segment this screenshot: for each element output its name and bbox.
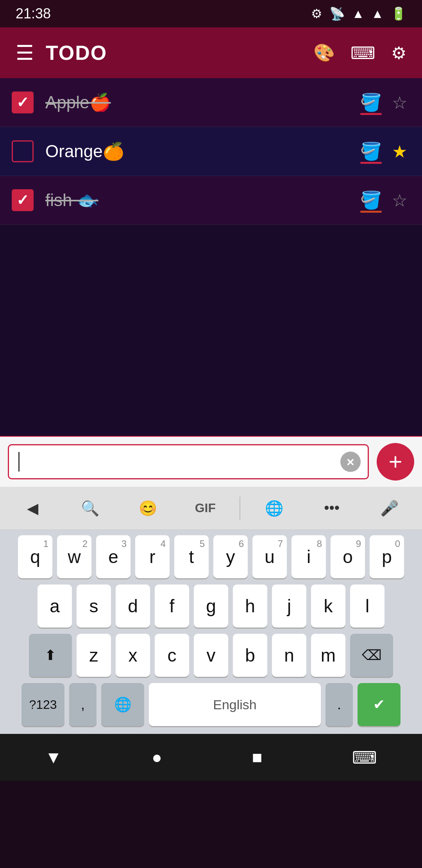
settings-icon[interactable]: ⚙ [387, 39, 410, 67]
keyboard-toggle-icon[interactable]: ⌨ [347, 39, 379, 67]
key-q[interactable]: 1q [18, 535, 52, 578]
key-d[interactable]: d [116, 585, 150, 628]
input-bar: × + [0, 436, 422, 487]
key-l[interactable]: l [350, 585, 384, 628]
keyboard-row-4: ?123 , 🌐 English . ✔ [0, 683, 422, 726]
todo-label-3: fish 🐟 [45, 190, 353, 210]
key-numbers[interactable]: ?123 [21, 683, 64, 726]
kb-mic-btn[interactable]: 🎤 [366, 492, 413, 525]
nav-back-btn[interactable]: ▼ [45, 748, 62, 767]
key-i[interactable]: 8i [291, 535, 326, 578]
key-e[interactable]: 3e [96, 535, 131, 578]
todo-color-btn-1[interactable]: 🪣 [353, 89, 389, 116]
key-a[interactable]: a [38, 585, 72, 628]
key-b[interactable]: b [233, 634, 267, 677]
key-z[interactable]: z [77, 634, 111, 677]
key-backspace[interactable]: ⌫ [350, 634, 393, 677]
kb-divider [240, 497, 240, 520]
cursor [18, 452, 20, 472]
todo-color-btn-2[interactable]: 🪣 [353, 138, 389, 165]
key-globe[interactable]: 🌐 [101, 683, 144, 726]
key-j[interactable]: j [272, 585, 306, 628]
key-k[interactable]: k [311, 585, 345, 628]
key-g[interactable]: g [194, 585, 228, 628]
keyboard-row-3: ⬆ z x c v b n m ⌫ [0, 634, 422, 677]
key-h[interactable]: h [233, 585, 267, 628]
key-x[interactable]: x [116, 634, 150, 677]
nav-home-btn[interactable]: ● [152, 748, 162, 767]
empty-area [0, 225, 422, 436]
key-comma[interactable]: , [69, 683, 97, 726]
key-f[interactable]: f [155, 585, 189, 628]
key-s[interactable]: s [77, 585, 111, 628]
key-w[interactable]: 2w [57, 535, 91, 578]
wifi-icon: ▲ [352, 7, 365, 21]
keyboard-toolbar: ◀ 🔍 😊 GIF 🌐 ••• 🎤 [0, 487, 422, 530]
key-shift[interactable]: ⬆ [29, 634, 72, 677]
nav-keyboard-btn[interactable]: ⌨ [352, 748, 377, 768]
key-m[interactable]: m [311, 634, 345, 677]
status-bar: 21:38 ⚙ 📡 ▲ ▲ 🔋 [0, 0, 422, 27]
todo-item-2: Orange🍊 🪣 ★ [0, 127, 422, 176]
key-p[interactable]: 0p [370, 535, 404, 578]
todo-checkbox-1[interactable]: ✓ [12, 91, 34, 113]
app-title: TODO [46, 41, 302, 65]
add-icon: + [388, 450, 402, 473]
palette-icon[interactable]: 🎨 [309, 39, 339, 67]
kb-search-btn[interactable]: 🔍 [67, 492, 114, 525]
checkmark-1: ✓ [16, 94, 29, 111]
settings-status-icon: ⚙ [311, 6, 322, 21]
toolbar: ☰ TODO 🎨 ⌨ ⚙ [0, 27, 422, 78]
status-time: 21:38 [16, 5, 51, 22]
kb-gif-btn[interactable]: GIF [182, 492, 229, 525]
todo-star-btn-3[interactable]: ☆ [389, 187, 410, 213]
input-clear-button[interactable]: × [340, 452, 361, 472]
key-u[interactable]: 7u [252, 535, 287, 578]
todo-checkbox-3[interactable]: ✓ [12, 189, 34, 211]
key-space[interactable]: English [149, 683, 321, 726]
battery-icon: 🔋 [391, 6, 406, 21]
key-y[interactable]: 6y [213, 535, 248, 578]
checkmark-3: ✓ [16, 192, 29, 209]
todo-label-1: Apple🍎 [45, 92, 353, 113]
todo-item-3: ✓ fish 🐟 🪣 ☆ [0, 176, 422, 225]
key-r[interactable]: 4r [135, 535, 170, 578]
nav-recent-btn[interactable]: ■ [252, 748, 263, 767]
broadcast-icon: 📡 [329, 6, 345, 21]
todo-star-btn-1[interactable]: ☆ [389, 90, 410, 116]
key-period[interactable]: . [325, 683, 353, 726]
new-todo-input[interactable]: × [8, 444, 369, 479]
menu-icon[interactable]: ☰ [12, 37, 38, 68]
add-todo-button[interactable]: + [377, 443, 414, 481]
key-t[interactable]: 5t [174, 535, 209, 578]
kb-sticker-btn[interactable]: 😊 [124, 492, 171, 525]
color-underline-2 [360, 162, 382, 164]
kb-back-btn[interactable]: ◀ [9, 492, 56, 525]
todo-list: ✓ Apple🍎 🪣 ☆ Orange🍊 🪣 ★ ✓ fish 🐟 🪣 ☆ [0, 78, 422, 225]
signal-icon: ▲ [371, 7, 384, 21]
todo-star-btn-2[interactable]: ★ [389, 138, 410, 165]
key-enter[interactable]: ✔ [358, 683, 401, 726]
keyboard-row-2: a s d f g h j k l [0, 585, 422, 628]
nav-bar: ▼ ● ■ ⌨ [0, 734, 422, 781]
keyboard-row-1: 1q 2w 3e 4r 5t 6y 7u 8i 9o 0p [0, 535, 422, 578]
key-o[interactable]: 9o [331, 535, 365, 578]
status-icons: ⚙ 📡 ▲ ▲ 🔋 [311, 6, 406, 21]
color-underline-1 [360, 113, 382, 115]
color-underline-3 [360, 211, 382, 213]
key-c[interactable]: c [155, 634, 189, 677]
todo-color-btn-3[interactable]: 🪣 [353, 187, 389, 213]
todo-checkbox-2[interactable] [12, 140, 34, 162]
key-v[interactable]: v [194, 634, 228, 677]
todo-label-2: Orange🍊 [45, 141, 353, 161]
kb-more-btn[interactable]: ••• [308, 492, 355, 525]
key-n[interactable]: n [272, 634, 306, 677]
kb-translate-btn[interactable]: 🌐 [251, 492, 298, 525]
todo-item-1: ✓ Apple🍎 🪣 ☆ [0, 78, 422, 127]
keyboard: 1q 2w 3e 4r 5t 6y 7u 8i 9o 0p a s d f g … [0, 530, 422, 734]
